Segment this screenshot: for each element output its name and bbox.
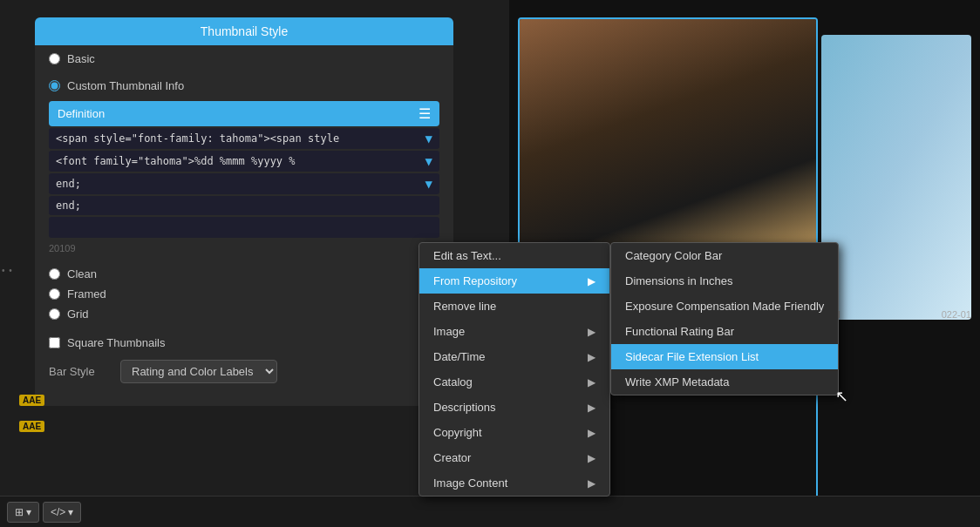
radio-framed[interactable] bbox=[49, 288, 60, 300]
toolbar-grid-button[interactable]: ⊞ ▾ bbox=[7, 502, 39, 523]
dots-indicator: • • bbox=[2, 266, 13, 275]
menu-item-functional-rating-bar[interactable]: Functional Rating Bar bbox=[611, 319, 838, 344]
badge-aae-2: AAE bbox=[19, 421, 44, 432]
menu-label-dimensions-inches: Dimensions in Inches bbox=[625, 274, 733, 287]
submenu-arrow-image: ▶ bbox=[588, 326, 595, 338]
submenu-arrow-descriptions: ▶ bbox=[588, 402, 595, 414]
radio-options: Clean Framed Grid bbox=[35, 257, 453, 331]
menu-item-descriptions[interactable]: Descriptions ▶ bbox=[419, 395, 609, 420]
bar-style-row: Bar Style Rating and Color Labels bbox=[35, 355, 453, 388]
radio-clean-row[interactable]: Clean bbox=[49, 264, 439, 284]
menu-item-category-color-bar[interactable]: Category Color Bar bbox=[611, 243, 838, 268]
radio-framed-label: Framed bbox=[67, 287, 106, 301]
menu-label-catalog: Catalog bbox=[433, 375, 473, 388]
image-preview bbox=[520, 19, 816, 263]
menu-item-image-content[interactable]: Image Content ▶ bbox=[419, 470, 609, 496]
menu-label-from-repository: From Repository bbox=[433, 274, 517, 287]
menu-label-image-content: Image Content bbox=[433, 476, 507, 490]
menu-item-catalog[interactable]: Catalog ▶ bbox=[419, 369, 609, 395]
submenu-arrow-copyright: ▶ bbox=[588, 427, 595, 439]
menu-label-category-color-bar: Category Color Bar bbox=[625, 249, 722, 262]
code-line-4: end; bbox=[49, 196, 439, 215]
menu-label-sidecar-file: Sidecar File Extension List bbox=[625, 350, 759, 363]
radio-clean[interactable] bbox=[49, 268, 60, 280]
right-label-2: 022-01 bbox=[942, 309, 971, 320]
radio-custom[interactable] bbox=[49, 80, 60, 91]
radio-framed-row[interactable]: Framed bbox=[49, 284, 439, 304]
hamburger-icon[interactable]: ☰ bbox=[419, 105, 431, 122]
radio-basic-label: Basic bbox=[67, 52, 95, 65]
menu-item-datetime[interactable]: Date/Time ▶ bbox=[419, 344, 609, 369]
code-line-2: <font family="tahoma">%dd %mmm %yyyy % ▼ bbox=[49, 151, 439, 172]
code-text-4: end; bbox=[56, 199, 81, 212]
radio-custom-row[interactable]: Custom Thumbnail Info bbox=[35, 72, 453, 99]
checkbox-square-row[interactable]: Square Thumbnails bbox=[35, 331, 453, 355]
submenu-arrow-creator: ▶ bbox=[588, 452, 595, 464]
code-line-1: <span style="font-family: tahoma"><span … bbox=[49, 128, 439, 149]
menu-label-image: Image bbox=[433, 325, 465, 338]
panel-title: Thumbnail Style bbox=[35, 17, 453, 45]
grid-button-arrow: ▾ bbox=[26, 506, 31, 518]
menu-item-sidecar-file[interactable]: Sidecar File Extension List bbox=[611, 344, 838, 369]
menu-item-copyright[interactable]: Copyright ▶ bbox=[419, 420, 609, 445]
menu-label-descriptions: Descriptions bbox=[433, 401, 496, 414]
toolbar-code-button[interactable]: </> ▾ bbox=[43, 502, 81, 523]
menu-label-creator: Creator bbox=[433, 451, 471, 464]
menu-label-write-xmp: Write XMP Metadata bbox=[625, 375, 729, 388]
menu-label-exposure-compensation: Exposure Compensation Made Friendly bbox=[625, 300, 824, 313]
bar-style-label: Bar Style bbox=[49, 365, 110, 378]
context-menu-secondary: Category Color Bar Dimensions in Inches … bbox=[610, 242, 839, 395]
submenu-arrow-catalog: ▶ bbox=[588, 376, 595, 388]
menu-item-image[interactable]: Image ▶ bbox=[419, 319, 609, 344]
code-text-1: <span style="font-family: tahoma"><span … bbox=[56, 132, 339, 145]
code-button-arrow: ▾ bbox=[68, 506, 73, 518]
submenu-arrow-datetime: ▶ bbox=[588, 351, 595, 363]
menu-label-functional-rating-bar: Functional Rating Bar bbox=[625, 325, 734, 338]
side-text: 20109 bbox=[35, 240, 453, 257]
badge-aae-1: AAE bbox=[19, 395, 44, 406]
menu-item-exposure-compensation[interactable]: Exposure Compensation Made Friendly bbox=[611, 294, 838, 319]
menu-label-datetime: Date/Time bbox=[433, 350, 485, 363]
menu-label-copyright: Copyright bbox=[433, 426, 482, 439]
submenu-arrow-image-content: ▶ bbox=[588, 477, 595, 490]
grid-icon: ⊞ bbox=[15, 506, 24, 518]
code-arrow-1[interactable]: ▼ bbox=[425, 132, 432, 145]
menu-item-from-repository[interactable]: From Repository ▶ bbox=[419, 268, 609, 294]
menu-label-remove-line: Remove line bbox=[433, 300, 496, 313]
menu-item-remove-line[interactable]: Remove line bbox=[419, 294, 609, 319]
bottom-toolbar: ⊞ ▾ </> ▾ bbox=[0, 496, 980, 527]
code-arrow-2[interactable]: ▼ bbox=[425, 154, 432, 168]
definition-bar[interactable]: Definition ☰ bbox=[49, 101, 439, 126]
code-text-2: <font family="tahoma">%dd %mmm %yyyy % bbox=[56, 155, 296, 167]
checkbox-square-label: Square Thumbnails bbox=[67, 336, 166, 349]
menu-item-edit-as-text[interactable]: Edit as Text... bbox=[419, 243, 609, 268]
code-line-5 bbox=[49, 217, 439, 238]
menu-item-dimensions-inches[interactable]: Dimensions in Inches bbox=[611, 268, 838, 294]
bar-style-select[interactable]: Rating and Color Labels bbox=[120, 360, 277, 383]
code-line-3: end; ▼ bbox=[49, 173, 439, 194]
radio-grid-row[interactable]: Grid bbox=[49, 304, 439, 324]
code-text-3: end; bbox=[56, 178, 81, 190]
code-arrow-3[interactable]: ▼ bbox=[425, 177, 432, 191]
checkbox-square[interactable] bbox=[49, 337, 60, 348]
radio-grid[interactable] bbox=[49, 308, 60, 320]
radio-basic[interactable] bbox=[49, 53, 60, 64]
menu-item-creator[interactable]: Creator ▶ bbox=[419, 445, 609, 470]
radio-clean-label: Clean bbox=[67, 267, 97, 280]
radio-grid-label: Grid bbox=[67, 307, 89, 321]
definition-label: Definition bbox=[58, 107, 105, 120]
menu-item-write-xmp[interactable]: Write XMP Metadata bbox=[611, 369, 838, 395]
context-menu-primary: Edit as Text... From Repository ▶ Remove… bbox=[419, 242, 610, 497]
thumbnail-style-panel: Thumbnail Style Basic Custom Thumbnail I… bbox=[35, 17, 453, 406]
radio-custom-label: Custom Thumbnail Info bbox=[67, 79, 184, 92]
submenu-arrow-from-repository: ▶ bbox=[588, 275, 595, 287]
radio-basic-row[interactable]: Basic bbox=[35, 45, 453, 72]
image-thumbnail-secondary bbox=[821, 35, 971, 320]
code-icon: </> bbox=[51, 506, 65, 518]
menu-label-edit-as-text: Edit as Text... bbox=[433, 249, 501, 262]
